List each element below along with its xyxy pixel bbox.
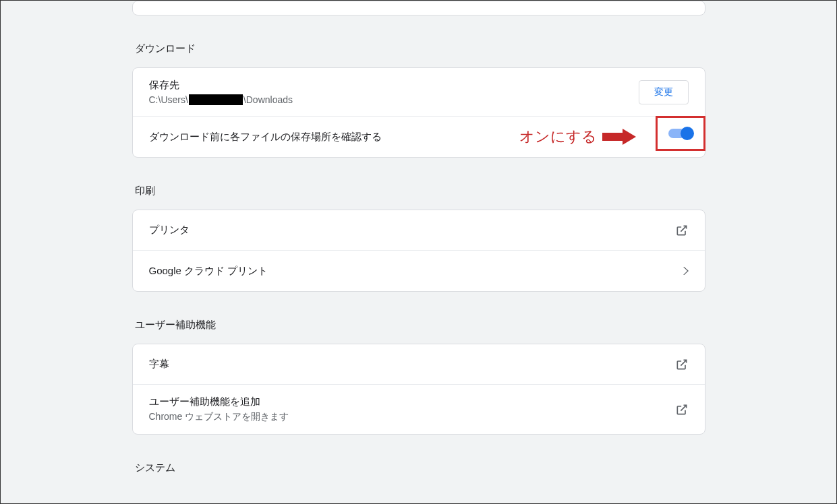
external-link-icon <box>675 358 689 371</box>
section-title-accessibility: ユーザー補助機能 <box>132 319 705 332</box>
add-accessibility-row[interactable]: ユーザー補助機能を追加 Chrome ウェブストアを開きます <box>133 385 705 434</box>
path-redacted <box>189 94 243 105</box>
add-accessibility-label: ユーザー補助機能を追加 <box>149 396 289 408</box>
chevron-right-icon <box>683 267 689 275</box>
path-suffix: \Downloads <box>243 94 293 105</box>
external-link-icon <box>675 403 689 416</box>
annotation-text: オンにする <box>519 127 597 147</box>
path-prefix: C:\Users\ <box>149 94 188 105</box>
printing-card: プリンタ Google クラウド プリント <box>132 210 705 292</box>
downloads-card: 保存先 C:\Users\ \Downloads 変更 ダウンロード前に各ファイ… <box>132 67 705 158</box>
toggle-highlight-box <box>656 116 705 151</box>
section-title-printing: 印刷 <box>132 185 705 197</box>
printers-row[interactable]: プリンタ <box>133 210 705 251</box>
cloud-print-row[interactable]: Google クラウド プリント <box>133 251 705 291</box>
download-prompt-toggle[interactable] <box>668 129 693 138</box>
download-location-row: 保存先 C:\Users\ \Downloads 変更 <box>133 68 705 117</box>
download-prompt-row: ダウンロード前に各ファイルの保存場所を確認する オンにする <box>133 117 705 157</box>
annotation-callout: オンにする <box>519 127 637 147</box>
section-title-system: システム <box>132 462 705 474</box>
cloud-print-label: Google クラウド プリント <box>149 265 268 278</box>
download-location-label: 保存先 <box>149 79 293 92</box>
change-location-button[interactable]: 変更 <box>639 80 689 104</box>
add-accessibility-sub: Chrome ウェブストアを開きます <box>149 411 289 423</box>
captions-row[interactable]: 字幕 <box>133 344 705 385</box>
download-prompt-label: ダウンロード前に各ファイルの保存場所を確認する <box>149 131 382 144</box>
previous-section-card-bottom <box>132 1 705 15</box>
accessibility-card: 字幕 ユーザー補助機能を追加 Chrome ウェブストアを開きます <box>132 344 705 435</box>
section-title-downloads: ダウンロード <box>132 42 705 55</box>
external-link-icon <box>675 224 689 237</box>
captions-label: 字幕 <box>149 358 169 371</box>
arrow-icon <box>602 129 637 145</box>
download-location-path: C:\Users\ \Downloads <box>149 94 293 105</box>
printers-label: プリンタ <box>149 224 190 237</box>
